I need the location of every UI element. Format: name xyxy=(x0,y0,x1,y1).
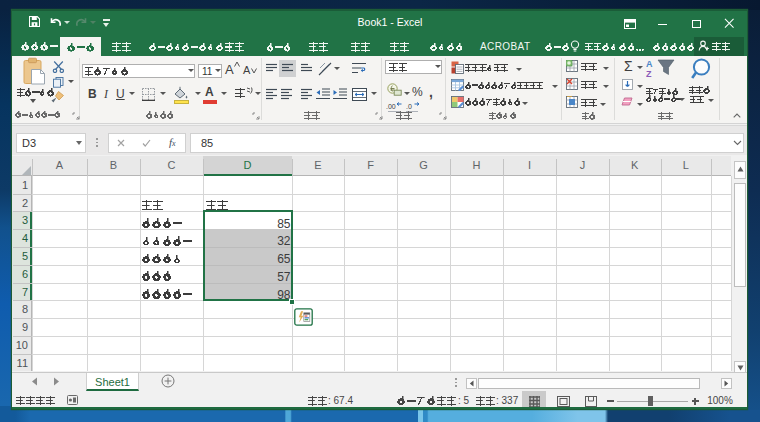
svg-text:.0: .0 xyxy=(406,103,412,110)
svg-text:Z: Z xyxy=(646,69,652,79)
svg-text:A: A xyxy=(646,59,653,69)
svg-text:.00: .00 xyxy=(386,103,396,110)
